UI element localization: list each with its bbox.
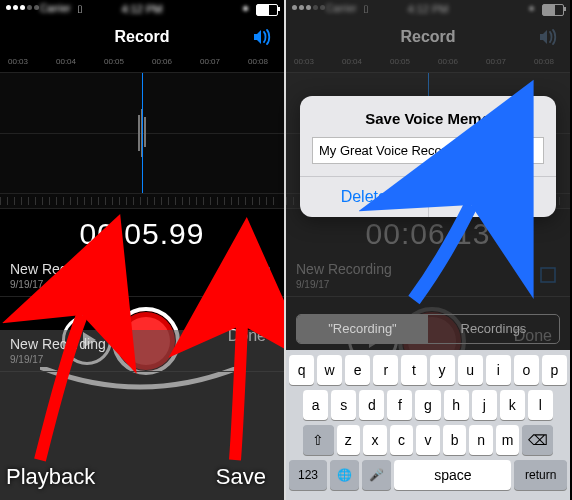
key-n[interactable]: n [469, 425, 493, 455]
key-c[interactable]: c [390, 425, 414, 455]
key-q[interactable]: q [289, 355, 314, 385]
suggestion-1[interactable]: "Recording" [297, 315, 428, 343]
save-memo-modal: Save Voice Memo Delete Save [300, 96, 556, 217]
recording-name: New Recording [10, 336, 274, 352]
key-123[interactable]: 123 [289, 460, 327, 490]
modal-title: Save Voice Memo [300, 96, 556, 137]
save-button[interactable]: Save [428, 177, 557, 217]
speaker-icon[interactable] [252, 28, 274, 50]
recording-date: 9/19/17 [10, 279, 274, 290]
ruler-tick-label: 00:06 [152, 57, 172, 66]
key-m[interactable]: m [496, 425, 520, 455]
annotation-playback: Playback [6, 464, 95, 490]
delete-button[interactable]: Delete [300, 177, 428, 217]
keyboard[interactable]: qwertyuiop asdfghjkl ⇧zxcvbnm⌫ 123 🌐 🎤 s… [286, 350, 570, 500]
key-shift[interactable]: ⇧ [303, 425, 334, 455]
left-screenshot: Carrier 􀙇 4:12 PM ∗ Record 00:0300:0400:… [0, 0, 284, 500]
key-d[interactable]: d [359, 390, 384, 420]
key-e[interactable]: e [345, 355, 370, 385]
key-j[interactable]: j [472, 390, 497, 420]
key-backspace[interactable]: ⌫ [522, 425, 553, 455]
annotation-save: Save [216, 464, 266, 490]
key-v[interactable]: v [416, 425, 440, 455]
key-w[interactable]: w [317, 355, 342, 385]
key-h[interactable]: h [444, 390, 469, 420]
key-a[interactable]: a [303, 390, 328, 420]
timer: 00:05.99 [0, 209, 284, 255]
right-screenshot: Carrier 􀙇 4:12 PM ∗ Record 00:0300:0400:… [286, 0, 570, 500]
recording-row[interactable]: New Recording 9/19/17 [0, 255, 284, 297]
ruler-tick-label: 00:03 [8, 57, 28, 66]
time-ruler: 00:0300:0400:0500:0600:0700:08 [0, 54, 284, 72]
ruler-tick-label: 00:07 [200, 57, 220, 66]
key-r[interactable]: r [373, 355, 398, 385]
key-s[interactable]: s [331, 390, 356, 420]
key-f[interactable]: f [387, 390, 412, 420]
ruler-tick-label: 00:05 [104, 57, 124, 66]
nav-bar: Record [0, 20, 284, 54]
recording-date: 9/19/17 [10, 354, 274, 365]
suggestion-2[interactable]: Recordings [428, 315, 559, 343]
recording-row: New Recording 9/19/17 [0, 330, 284, 372]
key-g[interactable]: g [415, 390, 440, 420]
key-z[interactable]: z [337, 425, 361, 455]
status-bar: Carrier 􀙇 4:12 PM ∗ [0, 0, 284, 20]
key-i[interactable]: i [486, 355, 511, 385]
key-o[interactable]: o [514, 355, 539, 385]
recording-name: New Recording [10, 261, 274, 277]
ruler-tick-label: 00:08 [248, 57, 268, 66]
key-t[interactable]: t [401, 355, 426, 385]
memo-name-input[interactable] [312, 137, 544, 164]
waveform[interactable] [0, 72, 284, 194]
key-u[interactable]: u [458, 355, 483, 385]
key-b[interactable]: b [443, 425, 467, 455]
key-p[interactable]: p [542, 355, 567, 385]
key-l[interactable]: l [528, 390, 553, 420]
key-k[interactable]: k [500, 390, 525, 420]
svg-rect-0 [255, 268, 269, 282]
key-x[interactable]: x [363, 425, 387, 455]
key-globe[interactable]: 🌐 [330, 460, 359, 490]
nav-title: Record [114, 28, 169, 45]
key-return[interactable]: return [514, 460, 567, 490]
trim-icon[interactable] [252, 265, 272, 289]
key-y[interactable]: y [430, 355, 455, 385]
key-mic[interactable]: 🎤 [362, 460, 391, 490]
scrubber[interactable] [0, 194, 284, 209]
keyboard-suggestion-bar[interactable]: "Recording" Recordings [296, 314, 560, 344]
ruler-tick-label: 00:04 [56, 57, 76, 66]
key-space[interactable]: space [394, 460, 511, 490]
